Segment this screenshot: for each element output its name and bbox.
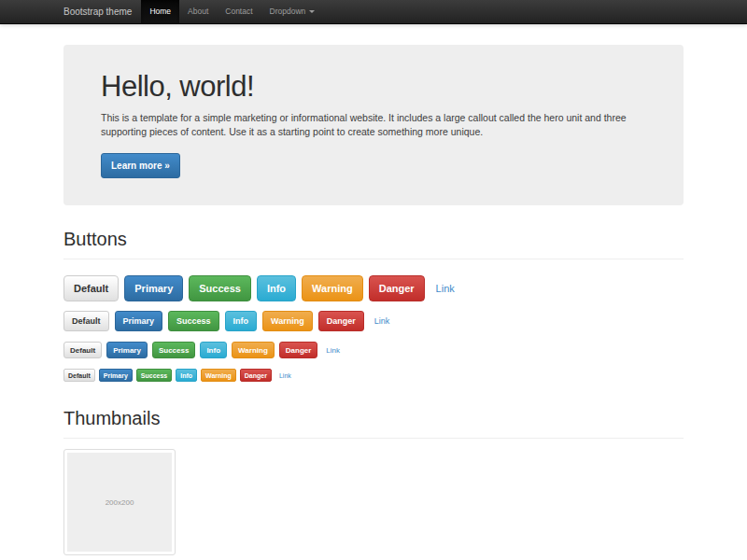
default-button-xs[interactable]: Default	[63, 369, 95, 382]
info-button-lg[interactable]: Info	[257, 275, 296, 301]
default-button-lg[interactable]: Default	[63, 275, 119, 301]
button-row-large: Default Primary Success Info Warning Dan…	[63, 275, 684, 301]
thumbnails-heading: Thumbnails	[63, 408, 684, 428]
warning-button-md[interactable]: Warning	[262, 311, 313, 331]
warning-button-xs[interactable]: Warning	[201, 369, 236, 382]
nav-item-contact[interactable]: Contact	[217, 0, 261, 23]
navbar-menu: Home About Contact Dropdown	[141, 0, 323, 23]
success-button-xs[interactable]: Success	[136, 369, 172, 382]
navbar: Bootstrap theme Home About Contact Dropd…	[0, 0, 747, 24]
buttons-section-header: Buttons	[63, 229, 684, 259]
success-button-sm[interactable]: Success	[152, 342, 195, 358]
primary-button-md[interactable]: Primary	[115, 311, 163, 331]
info-button-sm[interactable]: Info	[200, 342, 227, 358]
button-row-extra-small: Default Primary Success Info Warning Dan…	[63, 369, 684, 382]
nav-item-dropdown-label: Dropdown	[270, 0, 306, 23]
button-row-default: Default Primary Success Info Warning Dan…	[63, 311, 684, 331]
navbar-brand[interactable]: Bootstrap theme	[63, 0, 141, 23]
button-row-small: Default Primary Success Info Warning Dan…	[63, 342, 684, 358]
danger-button-lg[interactable]: Danger	[369, 275, 425, 301]
link-button-xs[interactable]: Link	[275, 370, 295, 381]
hero-text: This is a template for a simple marketin…	[101, 111, 646, 139]
danger-button-xs[interactable]: Danger	[240, 369, 272, 382]
primary-button-lg[interactable]: Primary	[124, 275, 183, 301]
link-button-lg[interactable]: Link	[430, 276, 460, 301]
nav-item-about-label: About	[188, 0, 208, 23]
warning-button-sm[interactable]: Warning	[232, 342, 275, 358]
hero-title: Hello, world!	[101, 71, 646, 103]
info-button-xs[interactable]: Info	[176, 369, 197, 382]
default-button-md[interactable]: Default	[63, 311, 109, 331]
buttons-heading: Buttons	[63, 229, 684, 249]
primary-button-xs[interactable]: Primary	[99, 369, 133, 382]
warning-button-lg[interactable]: Warning	[302, 275, 363, 301]
nav-item-home[interactable]: Home	[141, 0, 179, 23]
nav-item-contact-label: Contact	[225, 0, 252, 23]
danger-button-md[interactable]: Danger	[318, 311, 364, 331]
default-button-sm[interactable]: Default	[63, 342, 102, 358]
link-button-md[interactable]: Link	[370, 312, 395, 330]
thumbnail-placeholder-label: 200x200	[106, 498, 134, 507]
success-button-lg[interactable]: Success	[189, 275, 251, 301]
hero-unit: Hello, world! This is a template for a s…	[63, 45, 684, 205]
learn-more-button[interactable]: Learn more »	[101, 153, 180, 178]
thumbnail-placeholder-image: 200x200	[67, 453, 172, 552]
danger-button-sm[interactable]: Danger	[279, 342, 318, 358]
primary-button-sm[interactable]: Primary	[106, 342, 148, 358]
nav-item-home-label: Home	[149, 0, 171, 23]
link-button-sm[interactable]: Link	[322, 343, 344, 357]
info-button-md[interactable]: Info	[225, 311, 258, 331]
nav-item-dropdown[interactable]: Dropdown	[261, 0, 324, 23]
thumbnail[interactable]: 200x200	[63, 449, 176, 555]
success-button-md[interactable]: Success	[168, 311, 219, 331]
thumbnails-section-header: Thumbnails	[63, 408, 684, 439]
nav-item-about[interactable]: About	[179, 0, 217, 23]
caret-down-icon	[309, 10, 315, 13]
